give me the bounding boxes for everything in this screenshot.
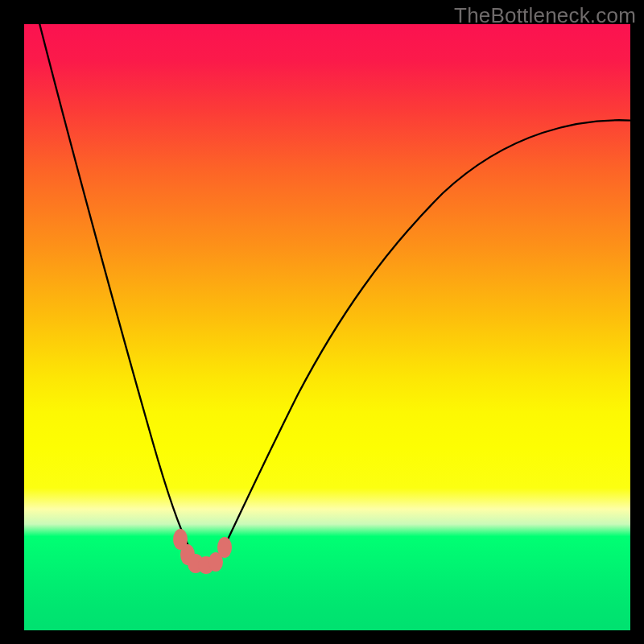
chart-frame: TheBottleneck.com bbox=[0, 0, 644, 644]
watermark-text: TheBottleneck.com bbox=[454, 3, 636, 28]
marker-dot bbox=[217, 537, 232, 558]
bottleneck-curve bbox=[39, 24, 630, 564]
curve-svg bbox=[24, 24, 630, 630]
plot-area bbox=[24, 24, 630, 630]
